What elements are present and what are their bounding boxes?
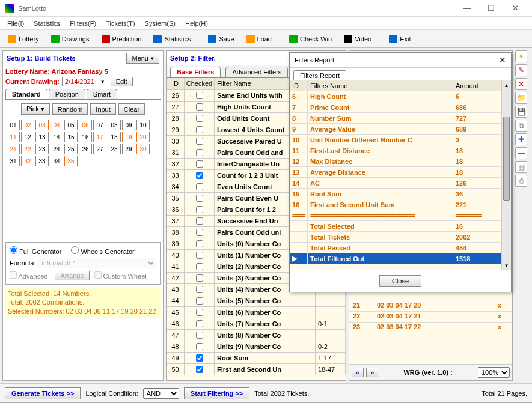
report-row[interactable]: 13Average Distance18 [290,167,501,178]
number-2[interactable]: 02 [21,120,34,130]
menu-statistics[interactable]: Statistics [29,19,65,28]
number-27[interactable]: 27 [93,144,106,154]
generate-tickets-button[interactable]: Generate Tickets >> [5,387,81,399]
filter-row[interactable]: 46Units (7) Number Co0-1 [167,318,346,330]
filter-row[interactable]: 44Units (5) Number Co [167,295,346,307]
delete-icon[interactable]: ✕ [515,78,527,90]
print-icon[interactable]: ⎙ [515,175,527,187]
maximize-button[interactable]: ☐ [479,1,503,16]
number-4[interactable]: 04 [50,120,63,130]
number-6[interactable]: 06 [79,120,92,130]
tab-advanced-filters[interactable]: Advanced Filters [225,67,288,77]
toolbar-video[interactable]: Video [338,32,377,46]
number-34[interactable]: 34 [50,156,63,166]
report-total-row[interactable]: ▶Total Filtered Out1518 [290,253,501,264]
toolbar-check-win[interactable]: Check Win [284,32,337,46]
edit-button[interactable]: Edit [111,77,133,86]
setup1-menu-button[interactable]: Menu [126,53,159,64]
number-12[interactable]: 12 [21,132,34,142]
number-8[interactable]: 08 [108,120,121,130]
filter-row[interactable]: 49Root Sum1-17 [167,353,346,364]
number-24[interactable]: 24 [50,144,63,154]
toolbar-exit[interactable]: Exit [384,32,416,46]
toolbar-prediction[interactable]: Prediction [96,32,147,46]
toolbar-lottery[interactable]: Lottery [2,32,44,46]
report-row[interactable]: 9Average Value689 [290,124,501,135]
number-29[interactable]: 29 [122,144,135,154]
drawing-date-picker[interactable]: 2/14/2021 ▼ [62,77,108,86]
start-filtering-button[interactable]: Start Filtering >> [184,387,249,399]
report-scrollbar[interactable]: ▲ ▼ [501,80,511,270]
tab-smart[interactable]: Smart [87,89,117,99]
number-26[interactable]: 26 [79,144,92,154]
custom-wheel-checkbox[interactable]: Custom Wheel [94,271,147,280]
number-30[interactable]: 30 [136,144,150,154]
toolbar-load[interactable]: Load [241,32,277,46]
pick-button[interactable]: Pick ▾ [21,103,50,115]
number-23[interactable]: 23 [35,144,49,154]
report-total-row[interactable]: Total Selected16 [290,221,501,232]
number-22[interactable]: 22 [21,144,34,154]
number-14[interactable]: 14 [50,132,63,142]
number-3[interactable]: 03 [35,120,49,130]
report-close-icon[interactable]: ✕ [499,55,506,65]
number-15[interactable]: 15 [64,132,78,142]
toolbar-save[interactable]: Save [203,32,239,46]
view-icon[interactable]: ▦ [515,161,527,173]
ticket-row[interactable]: 2202 03 04 17 21x [349,312,512,323]
wheels-generator-radio[interactable]: Wheels Generator [71,246,134,255]
new-icon[interactable]: ✦ [515,50,527,62]
number-13[interactable]: 13 [35,132,49,142]
filter-row[interactable]: 50First and Second Un18-47 [167,364,346,375]
report-total-row[interactable]: Total Tickets2002 [290,232,501,243]
open-icon[interactable]: 📁 [515,92,527,104]
menu-systems[interactable]: System(S) [140,19,180,28]
number-1[interactable]: 01 [7,120,20,130]
report-col-amount[interactable]: Amount [453,80,501,91]
report-row[interactable]: 11First-Last Distance18 [290,145,501,156]
tab-position[interactable]: Position [49,89,85,99]
ticket-row[interactable]: 2302 03 04 17 22x [349,323,512,333]
number-32[interactable]: 32 [21,156,34,166]
save-icon[interactable]: 💾 [515,106,527,118]
nav-next-button[interactable]: » [366,368,378,377]
report-row[interactable]: 6High Count6 [290,91,501,102]
nav-prev-button[interactable]: « [352,368,364,377]
report-row[interactable]: 10Unit Number Different Number C3 [290,135,501,145]
col-checked[interactable]: Checked [185,78,215,89]
number-28[interactable]: 28 [108,144,121,154]
random-button[interactable]: Random [52,103,88,115]
clear-button[interactable]: Clear [118,103,145,115]
input-button[interactable]: Input [90,103,115,115]
close-button[interactable]: ✕ [503,1,527,16]
report-row[interactable]: 15Root Sum36 [290,189,501,199]
filter-row[interactable]: 48Units (9) Number Co0-2 [167,341,346,353]
menu-helph[interactable]: Help(H) [180,19,213,28]
number-17[interactable]: 17 [93,132,106,142]
copy-icon[interactable]: ⧉ [515,120,527,132]
advanced-checkbox[interactable]: Advanced [10,271,47,280]
number-7[interactable]: 07 [93,120,106,130]
col-id[interactable]: ID [167,78,185,89]
tab-standard[interactable]: Standard [5,89,47,99]
report-row[interactable]: 16First and Second Unit Sum221 [290,199,501,210]
ticket-row[interactable]: 2102 03 04 17 20x [349,301,512,312]
menu-ticketst[interactable]: Tickets(T) [101,19,139,28]
full-generator-radio[interactable]: Full Generator [10,246,61,255]
minimize-button[interactable]: — [455,1,479,16]
report-total-row[interactable]: Total Passed484 [290,243,501,253]
number-10[interactable]: 10 [136,120,150,130]
remove-icon[interactable]: — [515,147,527,159]
number-20[interactable]: 20 [136,132,150,142]
logical-condition-select[interactable]: AND [143,388,179,399]
number-9[interactable]: 09 [122,120,135,130]
arrange-button[interactable]: Arrange [55,271,89,280]
number-16[interactable]: 16 [79,132,92,142]
number-19[interactable]: 19 [122,132,135,142]
number-11[interactable]: 11 [7,132,20,142]
toolbar-drawings[interactable]: Drawings [46,32,95,46]
zoom-select[interactable]: 100% [478,367,510,378]
menu-filtersf[interactable]: Filters(F) [65,19,101,28]
formula-select[interactable]: if 5 match 4 [38,258,156,268]
tab-base-filters[interactable]: Base Filters [170,67,221,77]
